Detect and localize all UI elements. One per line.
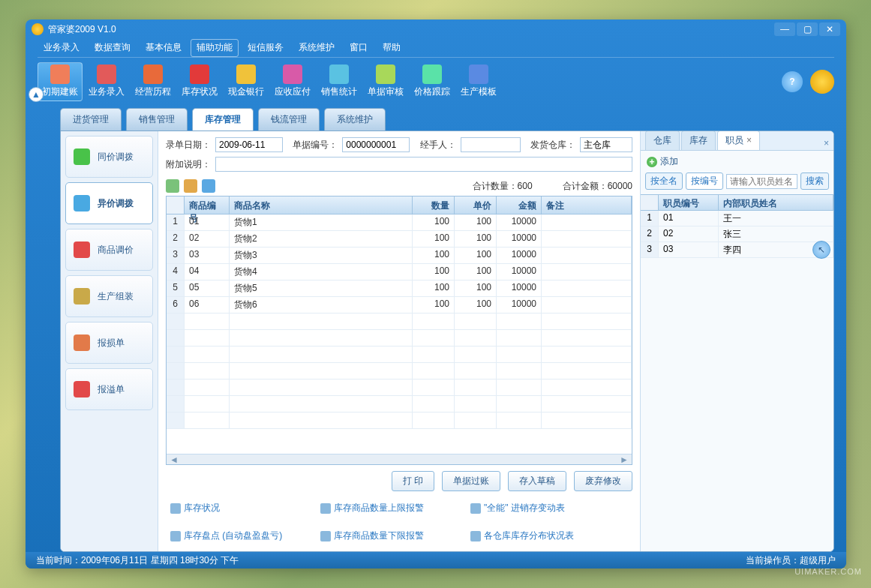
grid-header-cell[interactable]: 金额 bbox=[497, 196, 542, 214]
right-tab-2[interactable]: 职员× bbox=[717, 130, 760, 150]
right-table-row[interactable]: 101王一 bbox=[641, 211, 833, 226]
right-header-cell[interactable] bbox=[641, 195, 659, 210]
warehouse-input[interactable] bbox=[580, 137, 632, 152]
post-button[interactable]: 单据过账 bbox=[442, 471, 500, 491]
tab-close-icon[interactable]: × bbox=[746, 135, 752, 146]
grid-header-cell[interactable] bbox=[167, 196, 185, 214]
watermark: UIMAKER.COM bbox=[794, 567, 862, 576]
sidebar-item-1[interactable]: 异价调拨 bbox=[65, 182, 153, 224]
search-input[interactable] bbox=[726, 174, 797, 189]
sidebar-item-4[interactable]: 报损单 bbox=[65, 322, 153, 364]
maximize-button[interactable]: ▢ bbox=[797, 22, 818, 36]
menu-item-5[interactable]: 系统维护 bbox=[293, 39, 341, 57]
table-row[interactable] bbox=[167, 396, 632, 412]
statusbar: 当前时间：2009年06月11日 星期四 18时30分 下午 当前操作员：超级用… bbox=[26, 552, 846, 568]
sidebar-item-5[interactable]: 报溢单 bbox=[65, 368, 153, 410]
quick-link-5[interactable]: 各仓库库存分布状况表 bbox=[470, 530, 605, 542]
menu-item-3[interactable]: 辅助功能 bbox=[191, 39, 239, 57]
menu-item-2[interactable]: 基本信息 bbox=[140, 39, 188, 57]
right-table-row[interactable]: 303李四 bbox=[641, 242, 833, 258]
right-tab-1[interactable]: 库存 bbox=[681, 130, 716, 150]
toolbar-7[interactable]: 单据审核 bbox=[363, 62, 408, 101]
toolbar-1[interactable]: 业务录入 bbox=[84, 62, 129, 101]
table-row[interactable] bbox=[167, 330, 632, 346]
table-row[interactable] bbox=[167, 412, 632, 429]
horizontal-scrollbar[interactable]: ◄ ► bbox=[167, 454, 632, 464]
table-row[interactable] bbox=[167, 314, 632, 330]
bill-input[interactable] bbox=[342, 137, 410, 152]
table-row[interactable]: 404货物410010010000 bbox=[167, 264, 632, 280]
toolbar-4[interactable]: 现金银行 bbox=[224, 62, 269, 101]
help-icon[interactable]: ? bbox=[782, 71, 803, 92]
toolbar-6[interactable]: 销售统计 bbox=[317, 62, 362, 101]
back-to-top-button[interactable]: ↖ bbox=[812, 241, 830, 259]
table-row[interactable]: 202货物210010010000 bbox=[167, 231, 632, 248]
filter-code-button[interactable]: 按编号 bbox=[686, 172, 723, 190]
table-row[interactable]: 505货物510010010000 bbox=[167, 280, 632, 297]
menu-item-6[interactable]: 窗口 bbox=[344, 39, 374, 57]
grid-header-cell[interactable]: 商品名称 bbox=[230, 196, 413, 214]
quick-link-0[interactable]: 库存状况 bbox=[170, 502, 305, 514]
panel-close-icon[interactable]: × bbox=[819, 136, 833, 150]
tab-4[interactable]: 系统维护 bbox=[324, 108, 386, 130]
grid-tool-icon-2[interactable] bbox=[184, 179, 197, 193]
grid-body[interactable]: 101货物110010010000202货物210010010000303货物3… bbox=[167, 214, 632, 454]
toolbar-2[interactable]: 经营历程 bbox=[131, 62, 176, 101]
print-button[interactable]: 打 印 bbox=[392, 471, 434, 491]
date-input[interactable] bbox=[215, 137, 283, 152]
brand-icon[interactable] bbox=[810, 70, 834, 94]
table-row[interactable] bbox=[167, 346, 632, 363]
menu-item-7[interactable]: 帮助 bbox=[377, 39, 407, 57]
grid-header-cell[interactable]: 备注 bbox=[542, 196, 632, 214]
discard-button[interactable]: 废弃修改 bbox=[574, 471, 632, 491]
bill-label: 单据编号： bbox=[293, 139, 338, 152]
quick-link-4[interactable]: 库存商品数量下限报警 bbox=[320, 530, 455, 542]
table-row[interactable] bbox=[167, 363, 632, 380]
quick-link-2[interactable]: "全能" 进销存变动表 bbox=[470, 502, 605, 514]
grid-tool-icon-3[interactable] bbox=[202, 179, 215, 193]
close-button[interactable]: ✕ bbox=[819, 22, 840, 36]
table-row[interactable]: 101货物110010010000 bbox=[167, 214, 632, 231]
right-panel-search: 按全名 按编号 搜索 bbox=[641, 172, 833, 194]
total-qty: 合计数量：600 bbox=[473, 180, 533, 193]
filter-fullname-button[interactable]: 按全名 bbox=[645, 172, 683, 190]
toolbar-0[interactable]: 初期建账 bbox=[38, 62, 83, 101]
note-input[interactable] bbox=[215, 157, 632, 172]
toolbar-3[interactable]: 库存状况 bbox=[177, 62, 222, 101]
grid-header-cell[interactable]: 单价 bbox=[455, 196, 497, 214]
minimize-button[interactable]: — bbox=[774, 22, 795, 36]
grid-header-cell[interactable]: 商品编号 bbox=[185, 196, 230, 214]
collapse-toggle[interactable]: ▲ bbox=[29, 87, 44, 102]
right-header-cell[interactable]: 职员编号 bbox=[659, 195, 719, 210]
toolbar-icon bbox=[190, 64, 209, 84]
tab-0[interactable]: 进货管理 bbox=[60, 108, 122, 130]
table-row[interactable]: 606货物610010010000 bbox=[167, 297, 632, 314]
sidebar-item-0[interactable]: 同价调拨 bbox=[65, 136, 153, 178]
toolbar-8[interactable]: 价格跟踪 bbox=[410, 62, 455, 101]
menu-item-0[interactable]: 业务录入 bbox=[38, 39, 86, 57]
tab-2[interactable]: 库存管理 bbox=[192, 108, 254, 130]
save-draft-button[interactable]: 存入草稿 bbox=[508, 471, 566, 491]
grid-header-cell[interactable]: 数量 bbox=[413, 196, 455, 214]
table-row[interactable] bbox=[167, 380, 632, 396]
right-table-row[interactable]: 202张三 bbox=[641, 226, 833, 242]
toolbar-5[interactable]: 应收应付 bbox=[270, 62, 315, 101]
right-grid-body[interactable]: ↖ 101王一202张三303李四 bbox=[641, 211, 833, 551]
sidebar-item-3[interactable]: 生产组装 bbox=[65, 275, 153, 317]
handler-input[interactable] bbox=[461, 137, 521, 152]
toolbar-9[interactable]: 生产模板 bbox=[456, 62, 501, 101]
menu-item-4[interactable]: 短信服务 bbox=[242, 39, 290, 57]
quick-link-1[interactable]: 库存商品数量上限报警 bbox=[320, 502, 455, 514]
grid-tool-icon-1[interactable] bbox=[166, 179, 179, 193]
right-tab-0[interactable]: 仓库 bbox=[645, 130, 680, 150]
add-button[interactable]: + 添加 bbox=[641, 151, 833, 172]
tab-1[interactable]: 销售管理 bbox=[126, 108, 188, 130]
right-header-cell[interactable]: 内部职员姓名 bbox=[719, 195, 833, 210]
table-row[interactable]: 303货物310010010000 bbox=[167, 248, 632, 264]
sidebar-item-2[interactable]: 商品调价 bbox=[65, 229, 153, 271]
search-button[interactable]: 搜索 bbox=[800, 172, 829, 190]
quick-link-3[interactable]: 库存盘点 (自动盘盈盘亏) bbox=[170, 530, 305, 542]
menu-item-1[interactable]: 数据查询 bbox=[89, 39, 137, 57]
tab-3[interactable]: 钱流管理 bbox=[258, 108, 320, 130]
titlebar[interactable]: 管家婆2009 V1.0 — ▢ ✕ bbox=[26, 20, 846, 39]
